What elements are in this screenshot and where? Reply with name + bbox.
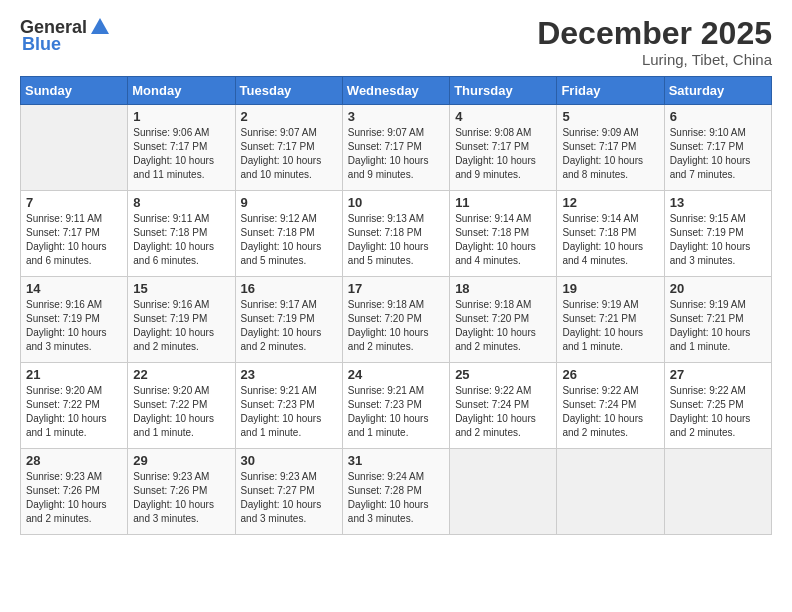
calendar-cell: 2Sunrise: 9:07 AMSunset: 7:17 PMDaylight… [235, 105, 342, 191]
day-info: Sunrise: 9:18 AMSunset: 7:20 PMDaylight:… [348, 298, 444, 354]
day-info: Sunrise: 9:23 AMSunset: 7:26 PMDaylight:… [26, 470, 122, 526]
day-number: 13 [670, 195, 766, 210]
day-info: Sunrise: 9:21 AMSunset: 7:23 PMDaylight:… [348, 384, 444, 440]
day-info: Sunrise: 9:14 AMSunset: 7:18 PMDaylight:… [562, 212, 658, 268]
location: Luring, Tibet, China [537, 51, 772, 68]
calendar-cell: 8Sunrise: 9:11 AMSunset: 7:18 PMDaylight… [128, 191, 235, 277]
col-monday: Monday [128, 77, 235, 105]
day-info: Sunrise: 9:15 AMSunset: 7:19 PMDaylight:… [670, 212, 766, 268]
day-number: 19 [562, 281, 658, 296]
calendar-cell: 28Sunrise: 9:23 AMSunset: 7:26 PMDayligh… [21, 449, 128, 535]
day-info: Sunrise: 9:11 AMSunset: 7:18 PMDaylight:… [133, 212, 229, 268]
logo-blue: Blue [22, 34, 61, 55]
day-info: Sunrise: 9:17 AMSunset: 7:19 PMDaylight:… [241, 298, 337, 354]
day-info: Sunrise: 9:20 AMSunset: 7:22 PMDaylight:… [26, 384, 122, 440]
calendar-cell [664, 449, 771, 535]
calendar-header-row: Sunday Monday Tuesday Wednesday Thursday… [21, 77, 772, 105]
calendar-cell: 7Sunrise: 9:11 AMSunset: 7:17 PMDaylight… [21, 191, 128, 277]
day-info: Sunrise: 9:16 AMSunset: 7:19 PMDaylight:… [133, 298, 229, 354]
day-info: Sunrise: 9:21 AMSunset: 7:23 PMDaylight:… [241, 384, 337, 440]
day-info: Sunrise: 9:06 AMSunset: 7:17 PMDaylight:… [133, 126, 229, 182]
day-number: 10 [348, 195, 444, 210]
calendar-cell: 3Sunrise: 9:07 AMSunset: 7:17 PMDaylight… [342, 105, 449, 191]
day-info: Sunrise: 9:22 AMSunset: 7:25 PMDaylight:… [670, 384, 766, 440]
week-row-4: 21Sunrise: 9:20 AMSunset: 7:22 PMDayligh… [21, 363, 772, 449]
day-number: 16 [241, 281, 337, 296]
month-title: December 2025 [537, 16, 772, 51]
calendar-cell [557, 449, 664, 535]
day-number: 31 [348, 453, 444, 468]
day-info: Sunrise: 9:14 AMSunset: 7:18 PMDaylight:… [455, 212, 551, 268]
day-info: Sunrise: 9:20 AMSunset: 7:22 PMDaylight:… [133, 384, 229, 440]
day-number: 23 [241, 367, 337, 382]
calendar-cell: 21Sunrise: 9:20 AMSunset: 7:22 PMDayligh… [21, 363, 128, 449]
day-number: 22 [133, 367, 229, 382]
day-info: Sunrise: 9:22 AMSunset: 7:24 PMDaylight:… [562, 384, 658, 440]
day-number: 18 [455, 281, 551, 296]
calendar-cell: 26Sunrise: 9:22 AMSunset: 7:24 PMDayligh… [557, 363, 664, 449]
day-number: 24 [348, 367, 444, 382]
day-number: 1 [133, 109, 229, 124]
day-number: 26 [562, 367, 658, 382]
day-info: Sunrise: 9:23 AMSunset: 7:27 PMDaylight:… [241, 470, 337, 526]
day-number: 17 [348, 281, 444, 296]
col-thursday: Thursday [450, 77, 557, 105]
day-number: 8 [133, 195, 229, 210]
day-info: Sunrise: 9:09 AMSunset: 7:17 PMDaylight:… [562, 126, 658, 182]
calendar-cell: 12Sunrise: 9:14 AMSunset: 7:18 PMDayligh… [557, 191, 664, 277]
day-info: Sunrise: 9:23 AMSunset: 7:26 PMDaylight:… [133, 470, 229, 526]
calendar-cell: 27Sunrise: 9:22 AMSunset: 7:25 PMDayligh… [664, 363, 771, 449]
calendar-cell: 19Sunrise: 9:19 AMSunset: 7:21 PMDayligh… [557, 277, 664, 363]
calendar-cell: 24Sunrise: 9:21 AMSunset: 7:23 PMDayligh… [342, 363, 449, 449]
day-number: 29 [133, 453, 229, 468]
calendar-cell: 5Sunrise: 9:09 AMSunset: 7:17 PMDaylight… [557, 105, 664, 191]
page: General Blue December 2025 Luring, Tibet… [0, 0, 792, 612]
svg-marker-0 [91, 18, 109, 34]
day-number: 27 [670, 367, 766, 382]
title-block: December 2025 Luring, Tibet, China [537, 16, 772, 68]
col-sunday: Sunday [21, 77, 128, 105]
day-info: Sunrise: 9:18 AMSunset: 7:20 PMDaylight:… [455, 298, 551, 354]
week-row-3: 14Sunrise: 9:16 AMSunset: 7:19 PMDayligh… [21, 277, 772, 363]
calendar-cell: 17Sunrise: 9:18 AMSunset: 7:20 PMDayligh… [342, 277, 449, 363]
day-number: 14 [26, 281, 122, 296]
calendar-cell: 13Sunrise: 9:15 AMSunset: 7:19 PMDayligh… [664, 191, 771, 277]
day-number: 28 [26, 453, 122, 468]
day-number: 7 [26, 195, 122, 210]
calendar-cell: 4Sunrise: 9:08 AMSunset: 7:17 PMDaylight… [450, 105, 557, 191]
calendar-cell: 1Sunrise: 9:06 AMSunset: 7:17 PMDaylight… [128, 105, 235, 191]
day-info: Sunrise: 9:07 AMSunset: 7:17 PMDaylight:… [241, 126, 337, 182]
day-number: 15 [133, 281, 229, 296]
calendar-cell: 15Sunrise: 9:16 AMSunset: 7:19 PMDayligh… [128, 277, 235, 363]
day-number: 3 [348, 109, 444, 124]
day-number: 25 [455, 367, 551, 382]
day-number: 30 [241, 453, 337, 468]
day-info: Sunrise: 9:13 AMSunset: 7:18 PMDaylight:… [348, 212, 444, 268]
day-info: Sunrise: 9:11 AMSunset: 7:17 PMDaylight:… [26, 212, 122, 268]
calendar-cell: 20Sunrise: 9:19 AMSunset: 7:21 PMDayligh… [664, 277, 771, 363]
day-info: Sunrise: 9:22 AMSunset: 7:24 PMDaylight:… [455, 384, 551, 440]
calendar-cell: 23Sunrise: 9:21 AMSunset: 7:23 PMDayligh… [235, 363, 342, 449]
col-wednesday: Wednesday [342, 77, 449, 105]
col-saturday: Saturday [664, 77, 771, 105]
calendar-table: Sunday Monday Tuesday Wednesday Thursday… [20, 76, 772, 535]
day-info: Sunrise: 9:12 AMSunset: 7:18 PMDaylight:… [241, 212, 337, 268]
calendar-cell [21, 105, 128, 191]
day-number: 20 [670, 281, 766, 296]
day-info: Sunrise: 9:24 AMSunset: 7:28 PMDaylight:… [348, 470, 444, 526]
calendar-cell: 25Sunrise: 9:22 AMSunset: 7:24 PMDayligh… [450, 363, 557, 449]
day-info: Sunrise: 9:19 AMSunset: 7:21 PMDaylight:… [670, 298, 766, 354]
day-number: 5 [562, 109, 658, 124]
day-number: 9 [241, 195, 337, 210]
day-number: 21 [26, 367, 122, 382]
calendar-cell: 30Sunrise: 9:23 AMSunset: 7:27 PMDayligh… [235, 449, 342, 535]
calendar-cell: 10Sunrise: 9:13 AMSunset: 7:18 PMDayligh… [342, 191, 449, 277]
col-tuesday: Tuesday [235, 77, 342, 105]
header: General Blue December 2025 Luring, Tibet… [20, 16, 772, 68]
week-row-5: 28Sunrise: 9:23 AMSunset: 7:26 PMDayligh… [21, 449, 772, 535]
calendar-cell: 31Sunrise: 9:24 AMSunset: 7:28 PMDayligh… [342, 449, 449, 535]
calendar-cell: 14Sunrise: 9:16 AMSunset: 7:19 PMDayligh… [21, 277, 128, 363]
day-number: 4 [455, 109, 551, 124]
calendar-cell: 9Sunrise: 9:12 AMSunset: 7:18 PMDaylight… [235, 191, 342, 277]
day-info: Sunrise: 9:10 AMSunset: 7:17 PMDaylight:… [670, 126, 766, 182]
